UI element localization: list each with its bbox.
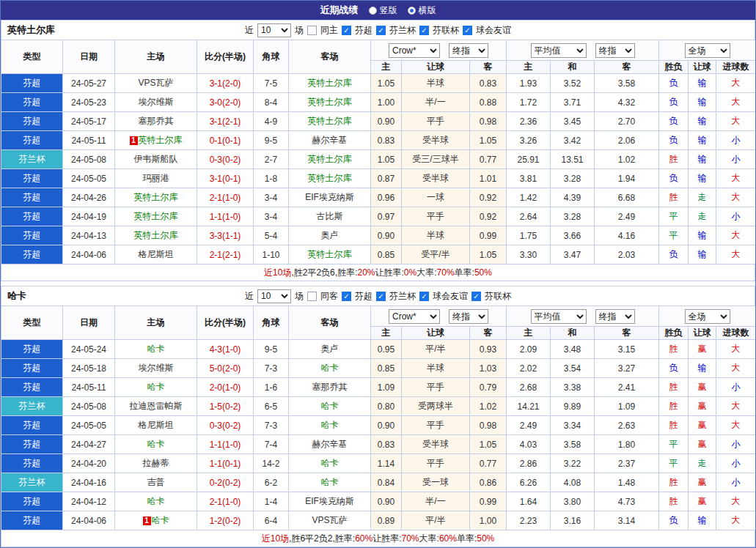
handicap-result-cell: 输 (689, 226, 716, 245)
score-header: 比分(半场) (197, 40, 254, 74)
league-filter-checkbox[interactable]: ✓ (471, 292, 481, 301)
team-link: 英特土尔库 (134, 192, 178, 202)
league-filter-checkbox[interactable]: ✓ (376, 292, 386, 301)
euro-avg-select[interactable]: 平均值 (531, 43, 587, 58)
result-cell: 胜 (659, 473, 689, 492)
score-cell: 0-2(0-2) (197, 473, 254, 492)
date-cell: 24-05-05 (63, 169, 115, 188)
asian-home-odds: 0.80 (371, 397, 402, 416)
goals-result-cell: 大 (716, 112, 756, 131)
away-team-cell: 英特土尔库 (289, 112, 371, 131)
match-count-select[interactable]: 10 (257, 289, 291, 303)
euro-draw-odds: 9.89 (551, 397, 595, 416)
same-venue-checkbox[interactable] (307, 26, 317, 35)
home-team-cell: 英特土尔库 (115, 207, 197, 226)
league-filter-label: 芬联杯 (433, 24, 459, 37)
bookmaker-select[interactable]: Crow* (389, 43, 440, 58)
league-filter-label: 芬联杯 (485, 290, 511, 303)
corners-cell: 3-4 (254, 207, 289, 226)
away-team-cell: 英特土尔库 (289, 169, 371, 188)
asian-handicap: 平手 (402, 378, 470, 397)
corners-cell: 2-7 (254, 150, 289, 169)
topbar: 近期战绩 竖版横版 (1, 1, 755, 20)
team-link: 伊韦斯船队 (134, 154, 178, 164)
league-cell: 芬超 (1, 378, 63, 397)
goals-result-cell: 大 (716, 397, 756, 416)
asian-final-select[interactable]: 终指 (449, 309, 488, 324)
matches-table: 类型日期主场比分(半场)角球客场Crow*终指平均值终指全场主让球客主和客胜负让… (1, 40, 756, 264)
goals-result-cell: 小 (716, 131, 756, 150)
league-filter-checkbox[interactable]: ✓ (419, 26, 429, 35)
home-team-cell: 格尼斯坦 (115, 245, 197, 264)
euro-draw-odds: 3.42 (551, 131, 595, 150)
league-cell: 芬超 (1, 188, 63, 207)
goals-result-cell: 大 (716, 416, 756, 435)
match-row: 芬超24-05-18埃尔维斯5-0(2-0)7-3哈卡0.85半球1.032.0… (1, 359, 756, 378)
asian-home-odds: 1.09 (371, 378, 402, 397)
summary-part: 大率: (416, 267, 436, 279)
asian-handicap: 半/一 (402, 492, 470, 511)
asian-away-odds: 0.77 (470, 150, 507, 169)
asian-final-select[interactable]: 终指 (449, 43, 488, 58)
euro-home-odds: 2.36 (507, 112, 551, 131)
score-cell: 1-1(1-0) (197, 207, 254, 226)
same-venue-checkbox[interactable] (307, 292, 317, 301)
date-cell: 24-05-11 (63, 378, 115, 397)
league-filter-checkbox[interactable]: ✓ (376, 26, 386, 35)
asian-home-odds: 0.85 (371, 245, 402, 264)
summary-part: 胜率: (335, 533, 355, 545)
league-filter-checkbox[interactable]: ✓ (419, 292, 429, 301)
fulltime-select[interactable]: 全场 (685, 309, 730, 324)
result-sub: 胜负 (659, 61, 689, 74)
match-count-select[interactable]: 10 (257, 23, 291, 37)
record-summary: 近10场,胜2平2负6, 胜率:20% 让胜率:0% 大率:70% 单率:50% (1, 264, 755, 281)
home-team-cell: 埃尔维斯 (115, 359, 197, 378)
fulltime-select[interactable]: 全场 (685, 43, 730, 58)
asian-away-odds: 1.00 (470, 511, 507, 530)
euro-odds-header: 平均值终指 (507, 40, 659, 61)
asian-away-odds: 0.99 (470, 226, 507, 245)
league-filter-checkbox[interactable]: ✓ (463, 26, 472, 35)
handicap-result-cell: 赢 (689, 340, 716, 359)
result-cell: 负 (659, 359, 689, 378)
league-filter-checkbox[interactable]: ✓ (342, 26, 351, 35)
radio-icon (408, 7, 416, 15)
bookmaker-select[interactable]: Crow* (389, 309, 440, 324)
euro-away-odds: 3.14 (595, 511, 659, 530)
euro-avg-select[interactable]: 平均值 (531, 309, 587, 324)
handicap-result-cell: 赢 (689, 397, 716, 416)
league-cell: 芬超 (1, 207, 63, 226)
euro-away-odds: 1.48 (595, 473, 659, 492)
euro-final-select[interactable]: 终指 (595, 309, 635, 324)
home-team-cell: 玛丽港 (115, 169, 197, 188)
date-cell: 24-04-19 (63, 207, 115, 226)
euro-home-odds: 2.02 (507, 359, 551, 378)
euro-draw-odds: 3.58 (551, 435, 595, 454)
handicap-result-cell: 输 (689, 131, 716, 150)
euro-draw-odds: 3.66 (551, 226, 595, 245)
layout-radio-2[interactable]: 横版 (408, 4, 436, 17)
corners-cell: 9-5 (254, 340, 289, 359)
layout-radio-1[interactable]: 竖版 (369, 4, 397, 17)
euro-draw-odds: 3.22 (551, 454, 595, 473)
corners-cell: 1-4 (254, 492, 289, 511)
euro-away-odds: 2.63 (595, 416, 659, 435)
goals-result-cell: 大 (716, 188, 756, 207)
asian-handicap-sub: 让球 (402, 61, 470, 74)
asian-away-odds: 1.05 (470, 435, 507, 454)
euro-odds-header: 平均值终指 (507, 306, 659, 327)
away-team-cell: 赫尔辛基 (289, 435, 371, 454)
euro-away-odds: 3.15 (595, 340, 659, 359)
euro-final-select[interactable]: 终指 (595, 43, 635, 58)
goals-result-cell: 大 (716, 74, 756, 93)
asian-handicap: 半球 (402, 359, 470, 378)
euro-away-odds: 6.68 (595, 188, 659, 207)
match-row: 芬超24-05-111英特土尔库0-1(0-1)9-5赫尔辛基0.83受半球1.… (1, 131, 756, 150)
games-label: 场 (295, 24, 304, 37)
match-row: 芬超24-04-20拉赫蒂1-1(0-1)14-2哈卡1.14平手0.772.8… (1, 454, 756, 473)
goals-result-cell: 大 (716, 169, 756, 188)
result-cell: 负 (659, 112, 689, 131)
league-cell: 芬兰杯 (1, 397, 63, 416)
team-link: 拉迪恩雷帕斯 (130, 401, 183, 411)
league-filter-checkbox[interactable]: ✓ (342, 292, 351, 301)
